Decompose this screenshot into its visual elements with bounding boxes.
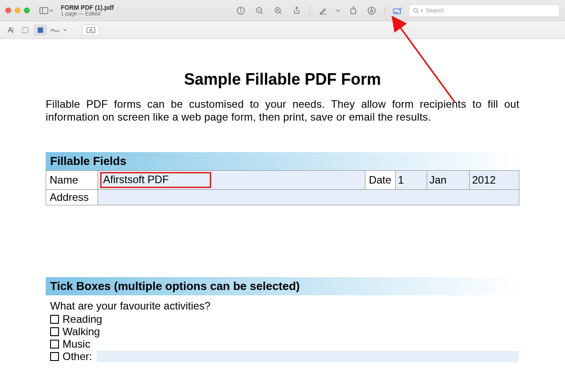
name-field[interactable]: Afirstsoft PDF — [98, 170, 365, 189]
search-icon — [413, 8, 419, 14]
checkbox-row-reading: Reading — [46, 313, 519, 325]
sign-tool[interactable] — [49, 24, 67, 36]
share-icon — [292, 6, 301, 15]
tick-section: Tick Boxes (multiple options can be sele… — [46, 277, 519, 363]
text-tool[interactable] — [4, 24, 17, 36]
document-title: Sample Fillable PDF Form — [46, 70, 519, 89]
address-field[interactable] — [98, 189, 519, 205]
svg-point-4 — [240, 8, 241, 9]
svg-rect-23 — [38, 27, 43, 33]
tick-question: What are your favourite activities? — [46, 300, 519, 312]
info-button[interactable] — [233, 4, 248, 18]
date-month-field[interactable]: Jan — [427, 170, 470, 189]
checkbox-label: Music — [63, 338, 90, 350]
close-window-button[interactable] — [5, 8, 11, 13]
tick-boxes-header: Tick Boxes (multiple options can be sele… — [46, 277, 519, 295]
fillable-fields-header: Fillable Fields — [46, 152, 519, 170]
highlight-button[interactable] — [315, 4, 330, 18]
redact-tool[interactable] — [34, 24, 47, 36]
page-status: 1 page — Edited — [61, 11, 114, 17]
text-icon — [6, 26, 14, 34]
checkbox-other[interactable] — [50, 352, 59, 361]
sidebar-toggle[interactable] — [39, 7, 54, 14]
checkbox-label: Reading — [63, 313, 102, 325]
date-day-field[interactable]: 1 — [396, 170, 427, 189]
chevron-down-icon — [63, 28, 67, 32]
text-box-icon — [86, 27, 96, 34]
filename: FORM PDF (1).pdf — [61, 4, 114, 11]
svg-rect-13 — [351, 9, 356, 14]
window-controls — [5, 8, 30, 13]
svg-line-20 — [417, 12, 418, 13]
rotate-icon — [349, 6, 357, 15]
search-field[interactable]: ▾ — [409, 4, 560, 17]
date-year-field[interactable]: 2012 — [470, 170, 519, 189]
markup-button[interactable] — [364, 4, 379, 18]
svg-point-16 — [395, 12, 396, 12]
checkbox-label: Walking — [63, 325, 100, 338]
checkbox-walking[interactable] — [50, 327, 59, 336]
form-fields-button[interactable] — [390, 4, 405, 18]
chevron-down-icon — [49, 8, 54, 13]
svg-rect-0 — [40, 8, 48, 14]
share-button[interactable] — [289, 4, 304, 18]
signature-icon — [50, 26, 63, 34]
search-input[interactable] — [426, 7, 556, 14]
name-label: Name — [46, 170, 98, 189]
date-label: Date — [365, 170, 396, 189]
address-label: Address — [46, 189, 98, 205]
zoom-in-icon — [274, 6, 282, 15]
redact-icon — [36, 26, 44, 34]
text-box-tool[interactable] — [82, 24, 99, 36]
other-text-field[interactable] — [97, 351, 518, 362]
toolbar-divider — [385, 5, 385, 16]
zoom-out-icon — [255, 6, 264, 15]
svg-line-6 — [261, 12, 263, 14]
toolbar-divider — [310, 5, 310, 16]
zoom-out-button[interactable] — [252, 4, 267, 18]
document-page: Sample Fillable PDF Form Fillable PDF fo… — [0, 39, 565, 363]
checkbox-row-music: Music — [46, 338, 519, 350]
svg-point-17 — [396, 12, 397, 12]
intro-paragraph: Fillable PDF forms can be customised to … — [46, 98, 519, 124]
markup-toolbar — [0, 21, 565, 39]
zoom-in-button[interactable] — [271, 4, 286, 18]
rotate-button[interactable] — [345, 4, 361, 18]
form-fields-icon — [392, 7, 403, 15]
fullscreen-window-button[interactable] — [24, 8, 30, 13]
checkbox-row-walking: Walking — [46, 325, 519, 338]
markup-pen-icon — [367, 6, 376, 15]
chevron-down-icon — [336, 8, 340, 13]
fields-table: Name Afirstsoft PDF Date 1 Jan 2012 Addr… — [46, 170, 519, 205]
pen-icon — [318, 6, 327, 15]
svg-point-18 — [398, 12, 398, 12]
checkbox-music[interactable] — [50, 340, 59, 349]
checkbox-row-other: Other: — [46, 350, 519, 363]
chevron-down-icon: ▾ — [421, 8, 423, 13]
table-row: Address — [46, 189, 519, 205]
checkbox-label: Other: — [63, 350, 92, 363]
svg-rect-22 — [23, 27, 28, 33]
svg-line-9 — [280, 12, 282, 14]
window-title-block: FORM PDF (1).pdf 1 page — Edited — [61, 4, 114, 17]
svg-point-19 — [414, 8, 417, 12]
svg-rect-24 — [87, 27, 95, 33]
selection-tool[interactable] — [19, 24, 32, 36]
highlight-dropdown[interactable] — [334, 4, 342, 18]
selection-icon — [21, 26, 29, 34]
titlebar: FORM PDF (1).pdf 1 page — Edited — [0, 0, 565, 21]
info-icon — [236, 6, 245, 15]
name-value: Afirstsoft PDF — [100, 172, 211, 188]
checkbox-reading[interactable] — [50, 315, 59, 324]
minimize-window-button[interactable] — [15, 8, 20, 13]
table-row: Name Afirstsoft PDF Date 1 Jan 2012 — [46, 170, 519, 189]
